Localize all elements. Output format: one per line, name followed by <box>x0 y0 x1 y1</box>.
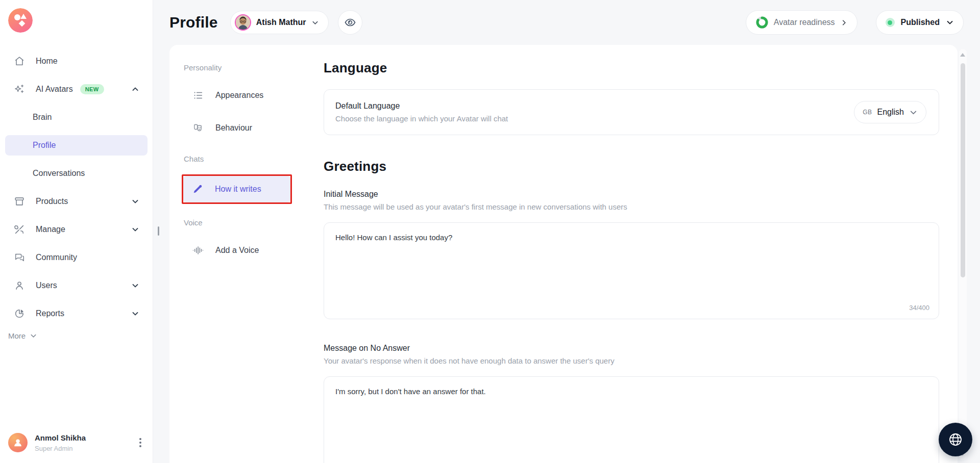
avatar-selector-dropdown[interactable]: Atish Mathur <box>230 11 329 34</box>
sidebar-item-label: Users <box>36 281 57 290</box>
sidebar-nav: Home AI Avatars NEW Brain Profile Conver… <box>0 51 153 324</box>
content-scrollbar[interactable] <box>959 49 967 460</box>
more-label: More <box>8 331 26 340</box>
chevron-down-icon <box>311 19 319 27</box>
selected-avatar-name: Atish Mathur <box>256 18 306 27</box>
sidebar-item-label: Home <box>36 57 58 66</box>
subnav-item-label: Behaviour <box>215 123 252 133</box>
sidebar-item-conversations[interactable]: Conversations <box>0 163 153 184</box>
panel-resize-handle[interactable] <box>158 226 159 236</box>
sidebar-item-brain[interactable]: Brain <box>0 107 153 127</box>
sidebar-item-products[interactable]: Products <box>0 191 153 212</box>
status-label: Published <box>901 18 940 27</box>
waveform-icon <box>192 244 204 256</box>
user-avatar <box>8 433 28 452</box>
sidebar-item-label: Conversations <box>33 169 85 178</box>
tools-icon <box>13 223 26 236</box>
language-select-dropdown[interactable]: GB English <box>854 101 926 123</box>
chat-bubbles-icon <box>13 251 26 264</box>
chevron-right-icon <box>840 19 848 27</box>
sidebar-item-label: Products <box>36 197 68 206</box>
pie-chart-icon <box>13 307 26 320</box>
theater-masks-icon <box>192 122 204 134</box>
no-answer-box: I'm sorry, but I don't have an answer fo… <box>324 376 939 463</box>
selected-avatar-photo <box>235 14 251 31</box>
sidebar-item-manage[interactable]: Manage <box>0 219 153 240</box>
no-answer-label: Message on No Answer <box>324 344 939 353</box>
sidebar-item-label: AI Avatars <box>36 85 73 94</box>
language-section-heading: Language <box>324 60 939 76</box>
no-answer-input[interactable]: I'm sorry, but I don't have an answer fo… <box>324 377 939 463</box>
subnav-item-how-it-writes[interactable]: How it writes <box>183 176 290 202</box>
page-title: Profile <box>169 14 218 31</box>
globe-floating-button[interactable] <box>939 423 972 456</box>
sidebar-user-card: Anmol Shikha Super Admin <box>0 428 153 457</box>
default-language-label: Default Language <box>335 101 508 111</box>
profile-subnav: Personality Appearances Behaviour Chats … <box>169 45 306 463</box>
globe-icon <box>947 431 964 448</box>
subnav-item-label: Appearances <box>215 91 263 100</box>
chevron-down-icon <box>946 18 954 27</box>
person-icon <box>13 279 26 292</box>
sidebar-item-home[interactable]: Home <box>0 51 153 71</box>
subnav-heading-voice: Voice <box>184 218 306 227</box>
chevron-down-icon <box>131 281 139 290</box>
sidebar-item-profile[interactable]: Profile <box>5 135 148 156</box>
user-info: Anmol Shikha Super Admin <box>35 433 86 452</box>
language-selected-value: English <box>877 108 904 117</box>
publish-status-dropdown[interactable]: Published <box>876 10 964 35</box>
readiness-label: Avatar readiness <box>774 18 835 27</box>
default-language-description: Choose the language in which your Avatar… <box>335 114 508 123</box>
initial-message-description: This message will be used as your avatar… <box>324 202 939 211</box>
scrollbar-thumb[interactable] <box>961 63 965 277</box>
no-answer-description: Your avatar's response when it does not … <box>324 356 939 365</box>
chevron-down-icon <box>909 108 918 117</box>
sparkles-icon <box>13 83 26 95</box>
subnav-heading-personality: Personality <box>184 63 306 72</box>
sidebar-item-label: Manage <box>36 225 65 234</box>
chevron-up-icon <box>131 85 139 93</box>
sidebar-item-community[interactable]: Community <box>0 247 153 268</box>
sidebar-item-label: Profile <box>33 141 56 150</box>
chevron-down-icon <box>131 225 139 234</box>
chevron-down-icon <box>30 332 37 340</box>
sidebar-item-label: Brain <box>33 113 52 122</box>
published-status-dot <box>886 18 895 27</box>
sidebar-item-reports[interactable]: Reports <box>0 303 153 324</box>
sidebar-item-ai-avatars[interactable]: AI Avatars NEW <box>0 79 153 99</box>
user-menu-kebab-icon[interactable] <box>137 436 143 449</box>
products-icon <box>13 195 26 208</box>
sidebar-item-users[interactable]: Users <box>0 275 153 296</box>
sidebar-more[interactable]: More <box>8 331 153 340</box>
header-actions: Avatar readiness Published <box>746 10 964 35</box>
default-language-card: Default Language Choose the language in … <box>324 89 939 135</box>
subnav-item-appearances[interactable]: Appearances <box>184 83 306 108</box>
initial-message-input[interactable]: Hello! How can I assist you today? <box>324 223 939 319</box>
subnav-item-label: Add a Voice <box>215 246 259 255</box>
language-country-code: GB <box>863 109 872 116</box>
sidebar-item-label: Reports <box>36 309 64 318</box>
main-sidebar: Home AI Avatars NEW Brain Profile Conver… <box>0 0 153 463</box>
preview-eye-button[interactable] <box>338 10 362 35</box>
subnav-item-add-voice[interactable]: Add a Voice <box>184 238 306 263</box>
home-icon <box>13 55 26 67</box>
greetings-section-heading: Greetings <box>324 159 939 174</box>
subnav-heading-chats: Chats <box>184 155 306 163</box>
initial-message-label: Initial Message <box>324 190 939 199</box>
readiness-ring-icon <box>755 16 769 29</box>
new-badge: NEW <box>80 84 104 94</box>
eye-icon <box>344 16 356 29</box>
avatar-readiness-button[interactable]: Avatar readiness <box>746 10 857 35</box>
brand-logo[interactable] <box>8 8 33 33</box>
subnav-item-behaviour[interactable]: Behaviour <box>184 116 306 140</box>
red-annotation-box: How it writes <box>182 174 292 204</box>
user-name: Anmol Shikha <box>35 433 86 442</box>
scroll-up-arrow-icon[interactable] <box>960 53 965 57</box>
pencil-icon <box>191 183 204 195</box>
initial-message-counter: 34/400 <box>909 304 929 312</box>
default-language-text: Default Language Choose the language in … <box>335 101 508 123</box>
main-panel: Personality Appearances Behaviour Chats … <box>169 45 958 463</box>
initial-message-box: Hello! How can I assist you today? 34/40… <box>324 222 939 319</box>
sidebar-item-label: Community <box>36 253 77 262</box>
list-icon <box>192 89 204 101</box>
